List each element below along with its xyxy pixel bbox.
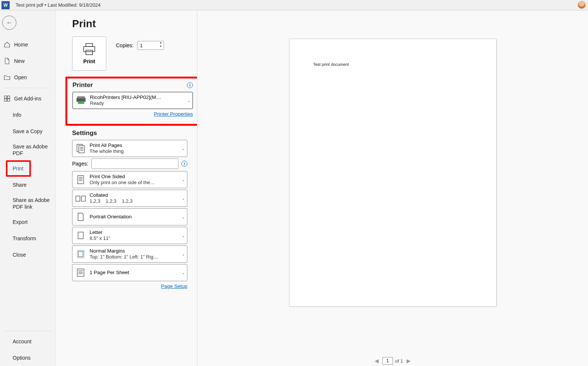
print-button-label: Print xyxy=(83,58,95,64)
sidebar-item-new[interactable]: New xyxy=(0,53,55,69)
svg-rect-6 xyxy=(86,50,93,55)
page-number-input[interactable] xyxy=(382,357,393,365)
svg-rect-24 xyxy=(78,251,83,257)
combo-subtitle: 1,2,3 1,2,3 1,2,3 xyxy=(90,198,133,205)
sidebar-label: Save a Copy xyxy=(13,128,42,134)
sidebar-label: Get Add-ins xyxy=(14,96,41,102)
collated-icon xyxy=(75,193,86,203)
sidebar-item-share-adobe[interactable]: Share as Adobe PDF link xyxy=(0,193,55,214)
collation-selector[interactable]: Collated 1,2,3 1,2,3 1,2,3 ⌄ xyxy=(72,190,187,207)
sidebar-item-open[interactable]: Open xyxy=(0,69,55,86)
sidebar-item-options[interactable]: Options xyxy=(0,350,55,366)
sidebar-item-close[interactable]: Close xyxy=(0,247,55,263)
sidebar-label: New xyxy=(14,58,25,64)
title-bar: W Test print pdf • Last Modified: 9/18/2… xyxy=(0,0,588,10)
sidebar-label: Print xyxy=(13,166,23,171)
highlight-box-print-nav: Print xyxy=(6,160,31,177)
printer-name: RicohPrinters [RIU-APP02](M… xyxy=(90,94,161,101)
pages-per-sheet-selector[interactable]: 1 Page Per Sheet ⌄ xyxy=(72,264,187,281)
svg-rect-9 xyxy=(78,101,84,104)
portrait-icon xyxy=(75,212,86,222)
sides-selector[interactable]: Print One Sided Only print on one side o… xyxy=(72,171,187,188)
back-button[interactable]: ← xyxy=(2,16,16,30)
sidebar-label: Save as Adobe PDF xyxy=(13,143,52,157)
word-icon: W xyxy=(1,1,10,9)
svg-rect-2 xyxy=(4,99,7,101)
next-page-button[interactable]: ▶ xyxy=(405,358,412,364)
svg-point-10 xyxy=(84,99,85,100)
printer-properties-link[interactable]: Printer Properties xyxy=(154,111,193,117)
sidebar-label: Account xyxy=(13,338,32,344)
combo-title: Print One Sided xyxy=(90,173,155,180)
copies-spinner[interactable]: ▲ ▼ xyxy=(158,41,163,49)
svg-rect-4 xyxy=(84,46,95,52)
sidebar-divider xyxy=(4,331,52,331)
printer-selector[interactable]: RicohPrinters [RIU-APP02](M… Ready ⌄ xyxy=(72,92,193,109)
info-icon[interactable]: i xyxy=(181,161,187,167)
back-arrow-icon: ← xyxy=(6,19,13,27)
sidebar-label: Close xyxy=(13,252,26,258)
svg-rect-16 xyxy=(78,176,84,184)
pages-icon xyxy=(75,143,86,154)
paper-size-selector[interactable]: Letter 8.5" x 11" ⌄ xyxy=(72,227,187,244)
prev-page-button[interactable]: ◀ xyxy=(373,358,380,364)
new-doc-icon xyxy=(4,58,10,64)
svg-rect-0 xyxy=(4,96,7,98)
combo-subtitle: The whole thing xyxy=(90,148,124,155)
sidebar-divider xyxy=(4,88,52,88)
user-avatar[interactable] xyxy=(578,1,586,9)
orientation-selector[interactable]: Portrait Orientation ⌄ xyxy=(72,208,187,225)
sidebar-item-export[interactable]: Export xyxy=(0,214,55,230)
sidebar-label: Share as Adobe PDF link xyxy=(13,197,52,210)
sidebar-item-info[interactable]: Info xyxy=(0,107,55,123)
printer-status: Ready xyxy=(90,100,161,107)
sidebar-item-save-copy[interactable]: Save a Copy xyxy=(0,123,55,139)
svg-rect-12 xyxy=(79,145,84,153)
spinner-down-icon[interactable]: ▼ xyxy=(158,45,163,49)
one-sided-icon xyxy=(75,174,86,185)
sidebar-label: Share xyxy=(13,182,26,188)
highlight-box-printer-section: Printer i RicohPrinters [RIU-APP02](M… R… xyxy=(65,77,200,126)
sidebar-label: Options xyxy=(13,355,30,361)
page-of-label: of 1 xyxy=(395,358,403,364)
sidebar-item-home[interactable]: Home xyxy=(0,36,55,53)
page-setup-link[interactable]: Page Setup xyxy=(161,283,187,289)
svg-rect-20 xyxy=(76,196,80,201)
sidebar-item-addins[interactable]: Get Add-ins xyxy=(0,90,55,107)
backstage-sidebar: ← Home New Open xyxy=(0,10,56,366)
print-button[interactable]: Print xyxy=(72,36,106,71)
document-title: Test print pdf • Last Modified: 9/18/202… xyxy=(16,2,101,8)
sidebar-label: Info xyxy=(13,112,21,118)
print-settings-pane: Print Print Copies: ▲ ▼ xyxy=(56,10,197,366)
sidebar-item-account[interactable]: Account xyxy=(0,333,55,350)
chevron-down-icon: ⌄ xyxy=(182,178,185,182)
settings-section-heading: Settings xyxy=(72,129,97,137)
copies-label: Copies: xyxy=(116,42,133,48)
svg-rect-1 xyxy=(7,96,10,98)
combo-subtitle: Only print on one side of the… xyxy=(90,180,155,186)
preview-page: Test print document xyxy=(289,39,497,306)
combo-title: Letter xyxy=(90,229,110,236)
combo-title: 1 Page Per Sheet xyxy=(90,269,129,276)
info-icon[interactable]: i xyxy=(187,82,193,88)
sidebar-item-print[interactable]: Print xyxy=(7,162,29,175)
sidebar-item-transform[interactable]: Transform xyxy=(0,230,55,247)
sidebar-item-save-adobe[interactable]: Save as Adobe PDF xyxy=(0,139,55,160)
combo-title: Portrait Orientation xyxy=(90,214,132,220)
margins-selector[interactable]: Normal Margins Top: 1" Bottom: 1" Left: … xyxy=(72,245,187,263)
combo-title: Print All Pages xyxy=(90,142,124,149)
print-preview-pane: Test print document ◀ of 1 ▶ xyxy=(197,10,588,366)
chevron-down-icon: ⌄ xyxy=(182,215,185,219)
svg-rect-21 xyxy=(81,196,85,201)
combo-title: Collated xyxy=(90,192,133,199)
letter-icon xyxy=(75,230,86,241)
svg-rect-8 xyxy=(77,96,85,99)
pages-input[interactable] xyxy=(91,158,178,169)
svg-rect-25 xyxy=(77,269,84,276)
svg-rect-22 xyxy=(78,232,83,239)
sidebar-label: Export xyxy=(13,219,28,225)
print-range-selector[interactable]: Print All Pages The whole thing ⌄ xyxy=(72,140,187,157)
chevron-down-icon: ⌄ xyxy=(182,271,185,275)
sidebar-item-share[interactable]: Share xyxy=(0,177,55,193)
chevron-down-icon: ⌄ xyxy=(182,196,185,200)
